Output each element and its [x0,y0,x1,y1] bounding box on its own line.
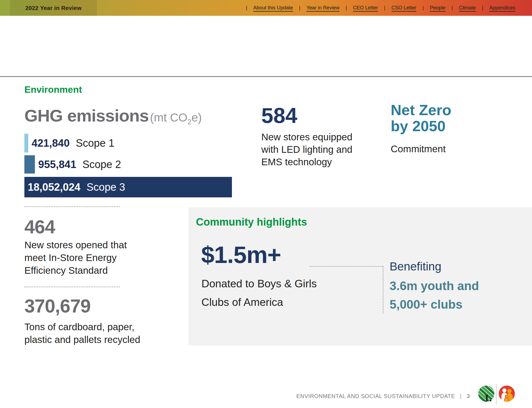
report-title: 2022 Year in Review [25,5,81,11]
ghg-emissions-title: GHG emissions [24,106,149,125]
section-title-environment: Environment [24,84,82,95]
scope2-value: 955,841 [38,159,76,171]
nav-separator: | [246,5,247,11]
top-nav-bar: 2022 Year in Review | About this Update … [0,0,532,16]
dotted-divider [24,206,120,207]
footer-page-number: 3 [467,393,470,399]
dollar-tree-logo: 1. [478,385,495,404]
donation-value: $1.5m+ [201,241,281,268]
nav-link-appendices[interactable]: Appendices [489,5,515,11]
nav-link-people[interactable]: People [430,5,445,11]
scope3-bar: 18,052,024 Scope 3 [24,177,232,197]
stat-recycled-value: 370,679 [24,295,91,317]
dotted-connector-vertical [383,266,383,313]
header-divider [0,76,532,77]
ghg-bar-row-scope3: 18,052,024 Scope 3 [24,177,232,197]
scope1-value: 421,840 [32,137,70,149]
ghg-unit-prefix: (mt CO [150,111,187,124]
footer-separator: | [460,393,462,399]
scope2-label: Scope 2 [82,159,121,171]
current-section-tab: 2022 Year in Review [10,0,97,16]
nav-separator: | [346,5,347,11]
nav-link-cso-letter[interactable]: CSO Letter [392,5,416,11]
stat-led-stores-value: 584 [261,103,297,128]
nav-links: | About this Update | Year in Review | C… [246,0,515,16]
net-zero-caption: Commitment [391,143,446,154]
scope2-bar [24,155,35,174]
ghg-unit-suffix: e) [191,111,202,124]
benefit-detail: 3.6m youth and 5,000+ clubs [390,277,479,314]
dotted-connector-horizontal [310,266,383,267]
nav-separator: | [423,5,424,11]
community-highlights-panel: Community highlights $1.5m+ Donated to B… [188,207,532,345]
section-title-community-highlights: Community highlights [196,216,307,228]
ghg-unit-subscript: 2 [187,118,191,126]
footer-report-name: ENVIRONMENTAL AND SOCIAL SUSTAINABILITY … [296,393,455,399]
scope3-value: 18,052,024 [28,181,80,193]
nav-separator: | [452,5,453,11]
report-page: 2022 Year in Review | About this Update … [0,0,532,408]
nav-link-year-in-review[interactable]: Year in Review [306,5,339,11]
ghg-bar-row-scope2: 955,841 Scope 2 [24,155,121,174]
dollar-tree-one-glyph: 1. [484,392,492,403]
stat-led-stores-caption: New stores equipped with LED lighting an… [261,131,352,168]
nav-separator: | [299,5,300,11]
scope1-bar [24,134,28,153]
scope3-label: Scope 3 [86,181,125,193]
family-dollar-logo [498,385,515,404]
nav-link-climate[interactable]: Climate [459,5,476,11]
donation-caption: Donated to Boys & Girls Clubs of America [201,274,317,311]
nav-link-ceo-letter[interactable]: CEO Letter [353,5,378,11]
footer: ENVIRONMENTAL AND SOCIAL SUSTAINABILITY … [0,393,470,399]
nav-separator: | [482,5,483,11]
logo-divider [496,384,497,405]
benefit-intro: Benefiting [390,260,441,273]
nav-separator: | [384,5,385,11]
stat-recycled-caption: Tons of cardboard, paper, plastic and pa… [24,321,140,346]
net-zero-headline: Net Zero by 2050 [391,102,451,134]
scope1-label: Scope 1 [76,137,114,149]
ghg-emissions-heading: GHG emissions (mt CO2e) [24,106,202,126]
stat-efficiency-stores-value: 464 [24,216,55,237]
nav-link-about-this-update[interactable]: About this Update [253,5,293,11]
stat-efficiency-stores-caption: New stores opened that meet In-Store Ene… [24,239,127,277]
dotted-divider [24,286,120,287]
ghg-bar-row-scope1: 421,840 Scope 1 [24,134,114,153]
